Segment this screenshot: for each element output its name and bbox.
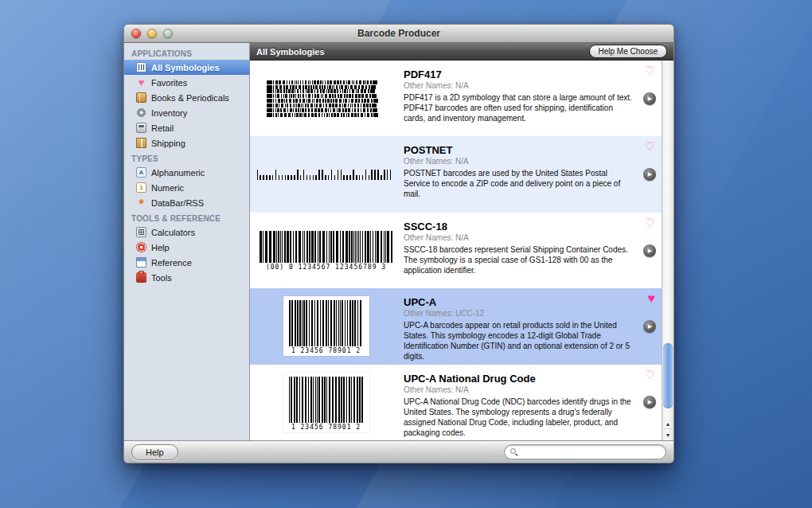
sidebar-item-books-periodicals[interactable]: Books & Periodicals <box>124 90 249 105</box>
detail-arrow-button[interactable] <box>643 320 656 333</box>
favorite-icon[interactable]: ♡ <box>645 217 655 229</box>
symbology-description: UPC-A National Drug Code (NDC) barcodes … <box>404 397 633 438</box>
symbology-name: UPC-A <box>404 296 633 308</box>
detail-arrow-button[interactable] <box>643 92 656 105</box>
window-title: Barcode Producer <box>357 28 440 39</box>
help-button[interactable]: Help <box>131 444 178 460</box>
symbology-list: PDF417 Other Names: N/A PDF417 is a 2D s… <box>250 61 673 440</box>
detail-arrow-button[interactable] <box>643 244 656 257</box>
scrollbar-thumb[interactable] <box>663 343 673 408</box>
scrollbar[interactable] <box>662 61 673 440</box>
sidebar-item-help[interactable]: Help <box>124 240 249 255</box>
symbology-row-pdf417[interactable]: PDF417 Other Names: N/A PDF417 is a 2D s… <box>250 61 662 136</box>
content-header: All Symbologies Help Me Choose <box>250 43 673 61</box>
sidebar-item-databar-rss[interactable]: DataBar/RSS <box>124 195 249 210</box>
sidebar-item-alphanumeric[interactable]: Alphanumeric <box>124 165 249 180</box>
sidebar-section-types: TYPES <box>124 150 249 165</box>
symbology-other-names: Other Names: N/A <box>404 81 633 90</box>
symbology-row-upca-ndc[interactable]: 1 23456 78901 2 UPC-A National Drug Code… <box>250 365 662 440</box>
barcode-image <box>257 170 396 180</box>
scroll-down-button[interactable] <box>662 428 673 440</box>
sidebar-item-calculators[interactable]: Calculators <box>124 225 249 240</box>
barcode-digits: 1 23456 78901 2 <box>291 347 361 354</box>
barcode-column <box>256 141 396 207</box>
sidebar-item-label: Inventory <box>151 108 187 118</box>
sidebar-item-label: Help <box>151 243 170 252</box>
symbology-name: SSCC-18 <box>404 221 633 233</box>
favorite-icon[interactable]: ♡ <box>645 369 655 381</box>
sidebar-item-reference[interactable]: Reference <box>124 255 249 270</box>
numeric-icon <box>136 182 146 193</box>
search-input[interactable] <box>521 447 660 457</box>
sidebar-item-label: Calculators <box>151 228 195 237</box>
symbology-other-names: Other Names: N/A <box>404 385 633 394</box>
toolbox-icon <box>136 272 146 283</box>
barcode-column: (00) 0 1234567 123456789 3 <box>256 217 396 283</box>
detail-arrow-button[interactable] <box>643 168 656 181</box>
page-title: All Symbologies <box>256 47 325 57</box>
search-icon <box>510 448 518 456</box>
symbology-name: PDF417 <box>404 68 633 80</box>
desktop-background: Barcode Producer APPLICATIONS All Symbol… <box>0 0 812 508</box>
book-icon <box>136 92 146 103</box>
barcode-digits: (00) 0 1234567 123456789 3 <box>266 264 386 271</box>
package-icon <box>136 138 146 148</box>
window-titlebar[interactable]: Barcode Producer <box>124 25 673 43</box>
symbology-description: SSCC-18 barcodes represent Serial Shippi… <box>404 244 633 275</box>
favorite-icon[interactable]: ♡ <box>645 64 655 76</box>
symbology-row-postnet[interactable]: POSTNET Other Names: N/A POSTNET barcode… <box>250 136 662 212</box>
gear-icon <box>136 107 146 118</box>
sidebar-item-label: Retail <box>151 123 174 133</box>
sidebar-item-inventory[interactable]: Inventory <box>124 105 249 120</box>
sidebar-item-all-symbologies[interactable]: All Symbologies <box>124 60 249 75</box>
favorite-icon[interactable]: ♥ <box>648 292 656 305</box>
help-me-choose-button[interactable]: Help Me Choose <box>589 45 667 58</box>
alphanumeric-icon <box>136 167 146 178</box>
main-content: All Symbologies Help Me Choose <box>250 43 673 440</box>
minimize-button[interactable] <box>147 29 157 38</box>
barcode-image <box>289 377 364 423</box>
sidebar-item-label: All Symbologies <box>151 63 220 72</box>
barcode-icon <box>136 62 146 72</box>
traffic-lights <box>131 29 173 38</box>
sidebar-item-label: Favorites <box>151 78 187 88</box>
sidebar-item-favorites[interactable]: Favorites <box>124 75 249 90</box>
scroll-up-button[interactable] <box>662 418 673 429</box>
sidebar-item-label: Reference <box>151 258 192 268</box>
symbology-description: UPC-A barcodes appear on retail products… <box>404 320 633 361</box>
sidebar-item-label: Shipping <box>151 139 185 148</box>
symbology-row-sscc18[interactable]: (00) 0 1234567 123456789 3 SSCC-18 Other… <box>250 213 662 288</box>
close-button[interactable] <box>131 29 141 38</box>
symbology-name: UPC-A National Drug Code <box>404 373 633 385</box>
symbology-other-names: Other Names: N/A <box>404 233 633 242</box>
barcode-column: 1 23456 78901 2 <box>256 293 396 359</box>
detail-arrow-button[interactable] <box>643 396 656 408</box>
zoom-button[interactable] <box>163 29 173 38</box>
symbology-row-upca[interactable]: 1 23456 78901 2 UPC-A Other Names: UCC-1… <box>250 288 662 364</box>
sidebar-item-retail[interactable]: Retail <box>124 120 249 135</box>
sidebar-item-label: DataBar/RSS <box>151 198 204 208</box>
sidebar-item-numeric[interactable]: Numeric <box>124 180 249 195</box>
sidebar: APPLICATIONS All Symbologies Favorites B… <box>124 43 250 440</box>
search-field[interactable] <box>504 444 666 459</box>
heart-icon <box>136 77 146 88</box>
symbology-description: POSTNET barcodes are used by the United … <box>404 168 633 199</box>
cash-register-icon <box>136 123 146 133</box>
sidebar-item-label: Numeric <box>151 183 184 193</box>
reference-icon <box>136 257 146 268</box>
barcode-image <box>289 300 364 346</box>
sidebar-item-label: Tools <box>151 273 172 283</box>
sidebar-item-label: Alphanumeric <box>151 168 205 178</box>
sidebar-section-applications: APPLICATIONS <box>124 45 249 60</box>
app-window: Barcode Producer APPLICATIONS All Symbol… <box>123 24 674 463</box>
symbology-description: PDF417 is a 2D symbology that can store … <box>404 92 633 123</box>
sidebar-section-tools-reference: TOOLS & REFERENCE <box>124 210 249 225</box>
favorite-icon[interactable]: ♡ <box>645 140 655 152</box>
barcode-image <box>260 231 393 263</box>
barcode-image <box>267 80 386 117</box>
sidebar-item-label: Books & Periodicals <box>151 93 229 103</box>
barcode-column <box>256 65 396 131</box>
sidebar-item-shipping[interactable]: Shipping <box>124 135 249 150</box>
databar-icon <box>136 197 146 208</box>
sidebar-item-tools[interactable]: Tools <box>124 270 249 285</box>
